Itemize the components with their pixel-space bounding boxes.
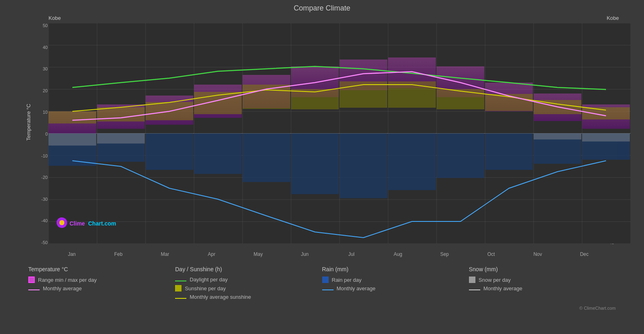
svg-rect-32 bbox=[340, 134, 387, 198]
legend-title-rain: Rain (mm) bbox=[322, 266, 469, 272]
chart-location-left: Kobe bbox=[49, 15, 61, 21]
copyright: © ClimeChart.com bbox=[0, 305, 644, 311]
svg-rect-34 bbox=[437, 134, 484, 178]
y-axis-left: 50403020100-10-20-30-40-50 bbox=[32, 23, 48, 245]
svg-rect-60 bbox=[340, 81, 387, 108]
svg-rect-61 bbox=[388, 81, 436, 108]
chart-location-right: Kobe bbox=[607, 15, 619, 21]
svg-text:Chart.com: Chart.com bbox=[88, 220, 116, 227]
legend-col-rain: Rain (mm) Rain per day Monthly average bbox=[322, 266, 469, 300]
legend-col-sunshine: Day / Sunshine (h) Daylight per day Suns… bbox=[175, 266, 322, 300]
legend: Temperature °C Range min / max per day M… bbox=[0, 261, 644, 305]
svg-rect-65 bbox=[582, 107, 630, 119]
svg-rect-35 bbox=[485, 134, 533, 170]
svg-rect-41 bbox=[582, 134, 630, 142]
svg-rect-30 bbox=[243, 134, 290, 182]
legend-item-snow-day: Snow per day bbox=[469, 277, 616, 283]
legend-col-snow: Snow (mm) Snow per day Monthly average bbox=[469, 266, 616, 300]
legend-item-sunshine-avg: Monthly average sunshine bbox=[175, 294, 322, 300]
legend-title-sunshine: Day / Sunshine (h) bbox=[175, 266, 322, 272]
page-title: Compare Climate bbox=[0, 0, 644, 14]
svg-rect-58 bbox=[243, 85, 290, 109]
legend-title-snow: Snow (mm) bbox=[469, 266, 616, 272]
legend-item-snow-avg: Monthly average bbox=[469, 285, 616, 291]
svg-rect-33 bbox=[388, 134, 436, 190]
svg-text:Clime: Clime bbox=[70, 220, 85, 227]
legend-item-daylight: Daylight per day bbox=[175, 277, 322, 283]
main-chart: Clime Chart.com bbox=[49, 23, 631, 244]
legend-item-temp-range: Range min / max per day bbox=[28, 277, 175, 283]
legend-title-temp: Temperature °C bbox=[28, 266, 175, 272]
legend-item-rain-avg: Monthly average bbox=[322, 285, 469, 291]
legend-col-temperature: Temperature °C Range min / max per day M… bbox=[28, 266, 175, 300]
left-axis-label: Temperature °C bbox=[25, 104, 32, 140]
x-axis: Jan Feb Mar Apr May Jun Jul Aug Sep Oct … bbox=[49, 251, 608, 257]
svg-rect-55 bbox=[97, 107, 145, 121]
svg-rect-28 bbox=[146, 134, 193, 170]
svg-rect-29 bbox=[194, 134, 242, 174]
svg-rect-31 bbox=[291, 134, 339, 194]
svg-rect-62 bbox=[437, 89, 484, 109]
legend-item-sunshine-day: Sunshine per day bbox=[175, 285, 322, 291]
svg-rect-40 bbox=[534, 134, 581, 140]
svg-point-68 bbox=[57, 217, 67, 228]
legend-item-rain-day: Rain per day bbox=[322, 277, 469, 283]
svg-rect-39 bbox=[97, 134, 145, 144]
legend-item-temp-avg: Monthly average bbox=[28, 285, 175, 291]
svg-rect-54 bbox=[49, 111, 96, 123]
svg-rect-38 bbox=[49, 134, 96, 146]
